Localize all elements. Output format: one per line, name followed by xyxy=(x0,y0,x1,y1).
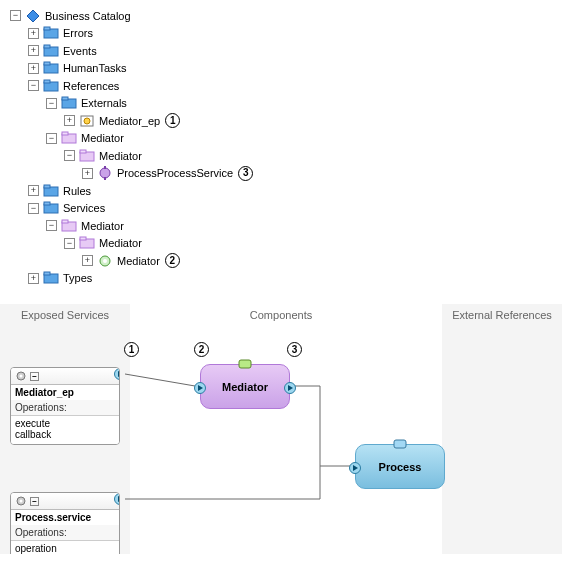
service-icon xyxy=(97,165,113,181)
tree-label: Mediator xyxy=(98,148,143,164)
component-label: Mediator xyxy=(222,381,268,393)
tree-node-types[interactable]: + Types xyxy=(28,270,93,286)
component-process[interactable]: Process xyxy=(355,444,445,489)
toggle-icon[interactable]: − xyxy=(46,220,57,231)
process-mini-icon xyxy=(393,439,407,449)
toggle-icon[interactable]: + xyxy=(28,185,39,196)
toggle-icon[interactable]: + xyxy=(82,255,93,266)
input-port[interactable] xyxy=(349,462,361,474)
svg-point-37 xyxy=(20,500,23,503)
svg-rect-19 xyxy=(104,177,106,180)
tree-label: Mediator_ep xyxy=(98,113,161,129)
toggle-icon[interactable]: − xyxy=(10,10,21,21)
tree-node-process-service[interactable]: + ProcessProcessService 3 xyxy=(82,165,253,181)
mediator-folder-icon xyxy=(79,235,95,251)
callout-3: 3 xyxy=(238,166,253,181)
toggle-icon[interactable]: + xyxy=(28,273,39,284)
folder-icon xyxy=(43,270,59,286)
folder-icon xyxy=(43,60,59,76)
callout-2: 2 xyxy=(165,253,180,268)
operations-heading: Operations: xyxy=(11,525,119,541)
gear-icon xyxy=(15,370,27,382)
business-catalog-tree: − Business Catalog + Errors + Events + H… xyxy=(0,0,562,296)
tree-label: Services xyxy=(62,200,106,216)
svg-rect-14 xyxy=(62,132,68,135)
svg-rect-4 xyxy=(44,45,50,48)
folder-icon xyxy=(43,43,59,59)
toggle-icon[interactable]: − xyxy=(46,133,57,144)
svg-rect-23 xyxy=(44,202,50,205)
lane-title: External References xyxy=(442,304,562,321)
toggle-icon[interactable]: + xyxy=(64,115,75,126)
tree-label: Errors xyxy=(62,25,94,41)
diagram-callout-2: 2 xyxy=(194,342,209,357)
collapse-button[interactable]: − xyxy=(30,372,39,381)
toggle-icon[interactable]: − xyxy=(46,98,57,109)
folder-icon xyxy=(61,95,77,111)
composite-diagram: Exposed Services Components External Ref… xyxy=(0,304,562,554)
component-mediator[interactable]: Mediator xyxy=(200,364,290,409)
tree-node-rules[interactable]: + Rules xyxy=(28,183,92,199)
gear-icon xyxy=(15,495,27,507)
toggle-icon[interactable]: − xyxy=(64,238,75,249)
svg-rect-18 xyxy=(104,166,106,169)
service-box-process-service[interactable]: − Process.service Operations: operation … xyxy=(10,492,120,554)
collapse-button[interactable]: − xyxy=(30,497,39,506)
tree-node-humantasks[interactable]: + HumanTasks xyxy=(28,60,128,76)
diagram-callout-3: 3 xyxy=(287,342,302,357)
svg-rect-16 xyxy=(80,150,86,153)
svg-rect-27 xyxy=(80,237,86,240)
tree-node-services[interactable]: − Services xyxy=(28,200,106,216)
toggle-icon[interactable]: − xyxy=(64,150,75,161)
toggle-icon[interactable]: + xyxy=(82,168,93,179)
mediator-folder-icon xyxy=(79,148,95,164)
tree-label: Business Catalog xyxy=(44,8,132,24)
input-port[interactable] xyxy=(194,382,206,394)
component-label: Process xyxy=(379,461,422,473)
toggle-icon[interactable]: + xyxy=(28,45,39,56)
catalog-icon xyxy=(25,8,41,24)
tree-node-mediator-ep[interactable]: + Mediator_ep 1 xyxy=(64,113,180,129)
folder-icon xyxy=(43,25,59,41)
folder-icon xyxy=(43,78,59,94)
operation-item: execute xyxy=(15,418,115,429)
tree-label: Events xyxy=(62,43,98,59)
tree-node-svc-mediator-leaf[interactable]: + Mediator 2 xyxy=(82,253,180,269)
output-port[interactable] xyxy=(114,368,120,380)
tree-node-ref-mediator-inner[interactable]: − Mediator xyxy=(64,148,143,164)
svg-rect-31 xyxy=(44,272,50,275)
mediator-folder-icon xyxy=(61,218,77,234)
toggle-icon[interactable]: + xyxy=(28,63,39,74)
service-name: Mediator_ep xyxy=(11,385,119,400)
mediator-mini-icon xyxy=(238,359,252,369)
tree-label: HumanTasks xyxy=(62,60,128,76)
tree-node-references[interactable]: − References xyxy=(28,78,120,94)
service-name: Process.service xyxy=(11,510,119,525)
operation-item: operation xyxy=(15,543,115,554)
output-port[interactable] xyxy=(284,382,296,394)
toggle-icon[interactable]: − xyxy=(28,80,39,91)
tree-label: ProcessProcessService xyxy=(116,165,234,181)
tree-node-errors[interactable]: + Errors xyxy=(28,25,94,41)
tree-node-svc-mediator[interactable]: − Mediator xyxy=(46,218,125,234)
tree-node-ref-mediator[interactable]: − Mediator xyxy=(46,130,125,146)
tree-node-events[interactable]: + Events xyxy=(28,43,98,59)
endpoint-icon xyxy=(79,113,95,129)
output-port[interactable] xyxy=(114,493,120,505)
svg-rect-10 xyxy=(62,97,68,100)
tree-node-externals[interactable]: − Externals xyxy=(46,95,128,111)
svg-point-29 xyxy=(103,259,107,263)
svg-rect-8 xyxy=(44,80,50,83)
tree-label: References xyxy=(62,78,120,94)
service-box-mediator-ep[interactable]: − Mediator_ep Operations: execute callba… xyxy=(10,367,120,445)
mediator-gear-icon xyxy=(97,253,113,269)
operation-item: callback xyxy=(15,429,115,440)
svg-rect-25 xyxy=(62,220,68,223)
svg-point-12 xyxy=(84,118,90,124)
toggle-icon[interactable]: − xyxy=(28,203,39,214)
svg-rect-33 xyxy=(394,440,406,448)
tree-node-svc-mediator-inner[interactable]: − Mediator xyxy=(64,235,143,251)
tree-label: Mediator xyxy=(80,130,125,146)
tree-node-business-catalog[interactable]: − Business Catalog xyxy=(10,8,132,24)
toggle-icon[interactable]: + xyxy=(28,28,39,39)
